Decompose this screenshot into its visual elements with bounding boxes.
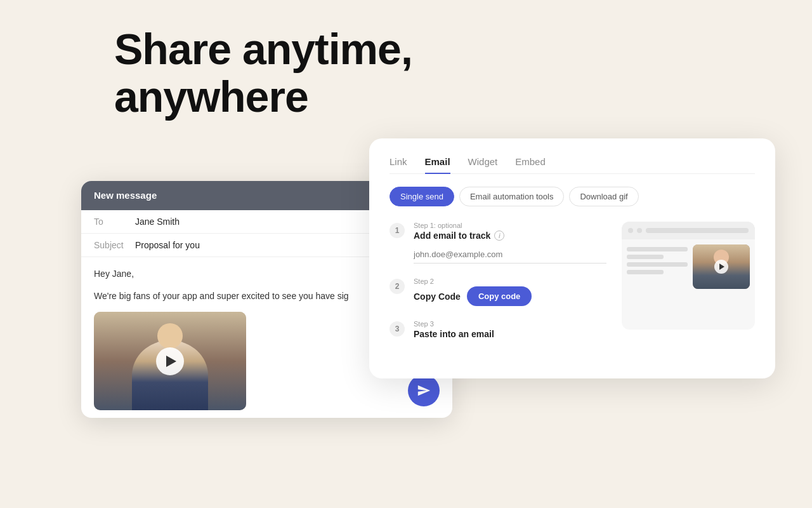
to-label: To [94,217,129,227]
share-panel: Link Email Widget Embed Single send Emai… [369,138,775,378]
tab-email[interactable]: Email [425,156,450,173]
play-button[interactable] [156,347,184,375]
steps-column: 1 Step 1: optional Add email to track i … [390,222,606,358]
step-1: 1 Step 1: optional Add email to track i [390,222,606,264]
step-3-title: Paste into an email [414,329,606,339]
preview-dot-1 [628,228,633,233]
preview-content [622,239,755,294]
preview-text-lines [627,244,688,289]
preview-dot-2 [637,228,642,233]
subject-value: Proposal for you [135,240,200,250]
step-2-number: 2 [390,279,405,294]
subject-label: Subject [94,240,129,250]
step-1-title: Add email to track i [414,231,606,241]
headline-section: Share anytime, anywhere [114,25,412,121]
send-button[interactable] [408,375,440,406]
tab-link[interactable]: Link [390,156,407,173]
tab-embed[interactable]: Embed [515,156,546,173]
to-value: Jane Smith [135,217,180,227]
new-message-label: New message [94,190,157,201]
preview-line-1 [627,247,688,251]
step-2-content: Step 2 Copy Code Copy code [414,277,606,306]
sub-tab-email-automation[interactable]: Email automation tools [459,187,565,206]
headline-text: Share anytime, anywhere [114,25,412,121]
step-1-content: Step 1: optional Add email to track i [414,222,606,264]
preview-column [622,222,755,358]
sub-tab-single-send[interactable]: Single send [390,187,454,206]
video-thumbnail[interactable] [94,312,246,410]
step-3-optional: Step 3 [414,320,606,328]
step-3-content: Step 3 Paste into an email [414,320,606,344]
step-2-row: Copy Code Copy code [414,286,606,306]
sub-tabs: Single send Email automation tools Downl… [390,187,755,206]
step-2-optional: Step 2 [414,277,606,285]
email-track-input[interactable] [414,246,606,264]
preview-video-thumb [693,244,750,289]
preview-line-3 [627,262,688,267]
send-icon [417,384,431,398]
sub-tab-download-gif[interactable]: Download gif [569,187,638,206]
step-2: 2 Step 2 Copy Code Copy code [390,277,606,306]
preview-play-button [714,260,728,274]
preview-bar [622,222,755,239]
panel-body: 1 Step 1: optional Add email to track i … [390,222,755,358]
preview-card [622,222,755,330]
tab-widget[interactable]: Widget [468,156,498,173]
copy-code-label: Copy Code [414,291,461,302]
copy-code-button[interactable]: Copy code [467,286,532,306]
step-1-number: 1 [390,223,405,238]
preview-address-bar [646,228,749,233]
step-1-optional: Step 1: optional [414,222,606,229]
preview-line-4 [627,270,664,274]
step-3-number: 3 [390,321,405,337]
info-icon[interactable]: i [494,231,504,241]
step-3: 3 Step 3 Paste into an email [390,320,606,344]
preview-line-2 [627,255,664,259]
share-tabs: Link Email Widget Embed [390,156,755,174]
